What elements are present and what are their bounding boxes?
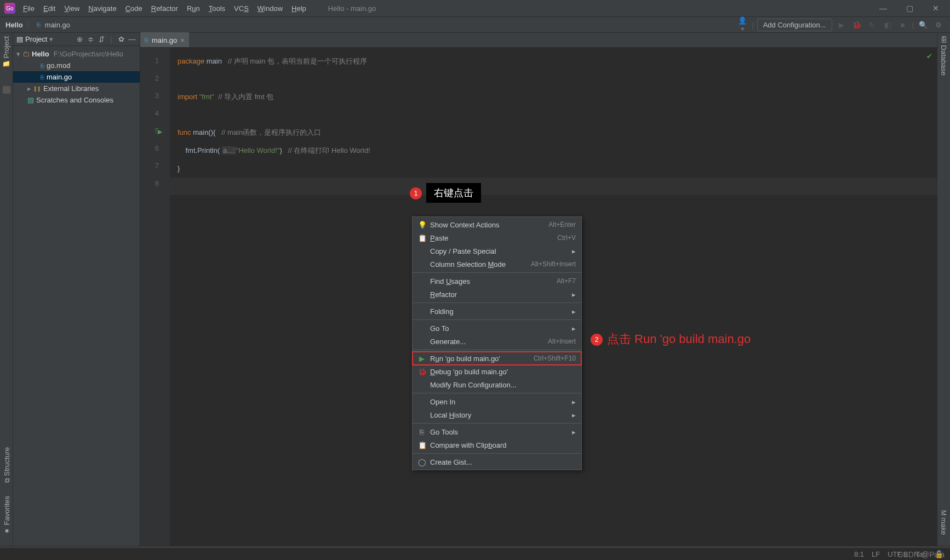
settings-icon[interactable]: ⚙ [932,21,945,29]
line-separator[interactable]: LF [872,550,880,558]
editor-gutter: 1234 5678 ▶ [140,48,170,546]
menu-item-label: Find Usages [430,277,552,285]
context-item[interactable]: Find UsagesAlt+F7 [413,275,581,288]
menu-item-icon: ◯ [418,458,426,466]
annotation-badge-2: 2 [591,334,603,346]
tool-structure-tab[interactable]: ⧉ Structure [3,447,11,483]
add-configuration-button[interactable]: Add Configuration... [757,19,832,31]
run-gutter-icon[interactable]: ▶ [158,123,162,140]
tab-main-go[interactable]: ⎘main.go× [140,32,189,47]
annotation-label-2: 点击 Run 'go build main.go [607,331,751,347]
tree-scratches[interactable]: ▧Scratches and Consoles [13,94,140,106]
minimize-button[interactable]: — [875,4,891,13]
menu-item-icon: ▶ [418,355,426,363]
menu-shortcut: Ctrl+V [557,234,576,242]
project-panel-header: ▤Project▾ ⊕ ≑ ⇵ | ✿ — [13,33,140,46]
context-menu: 💡Show Context ActionsAlt+Enter📋PasteCtrl… [412,216,582,470]
inspection-ok-icon[interactable]: ✔ [926,52,932,60]
tree-external-libs[interactable]: ▸⫿⫿External Libraries [13,83,140,94]
menu-item-label: Go To [430,324,568,333]
chevron-right-icon: ▸ [572,398,576,406]
menu-shortcut: Ctrl+Shift+F10 [534,355,576,362]
toolbar-divider: | [752,21,753,29]
menu-help[interactable]: Help [288,3,310,14]
toolbar-divider: | [108,35,115,43]
hide-icon[interactable]: — [128,35,136,43]
menu-item-label: Copy / Paste Special [430,247,568,255]
left-tool-stripe-bottom: ⧉ Structure ★ Favorites [0,447,13,535]
tool-make-tab[interactable]: M make [940,510,948,535]
chevron-right-icon: ▸ [572,411,576,419]
gear-icon[interactable]: ✿ [117,35,125,43]
collapse-all-icon[interactable]: ⇵ [98,35,106,43]
scratch-icon: ▧ [27,96,34,104]
context-item[interactable]: 🐞Debug 'go build main.go' [413,365,581,378]
folder-icon: 🗀 [22,50,30,58]
library-icon: ⫿⫿ [33,84,41,93]
profile-icon[interactable]: ◧ [882,21,894,29]
context-item[interactable]: 📋Compare with Clipboard [413,438,581,452]
context-item[interactable]: Generate...Alt+Insert [413,335,581,348]
context-item[interactable]: Refactor▸ [413,288,581,301]
breadcrumb-file[interactable]: main.go [45,21,70,29]
chevron-right-icon: 〉 [26,20,33,30]
expand-all-icon[interactable]: ≑ [87,35,95,43]
context-item[interactable]: ▶Run 'go build main.go'Ctrl+Shift+F10 [413,352,581,365]
chevron-right-icon: ▸ [572,290,576,299]
chevron-right-icon: ▸ [572,307,576,316]
context-item[interactable]: ◯Create Gist... [413,455,581,468]
context-item[interactable]: 💡Show Context ActionsAlt+Enter [413,218,581,231]
locate-icon[interactable]: ⊕ [76,35,84,43]
context-item[interactable]: ⎘Go Tools▸ [413,425,581,438]
menu-edit[interactable]: Edit [40,3,59,14]
stop-icon[interactable]: ■ [897,21,909,29]
menu-run[interactable]: Run [184,3,203,14]
tool-project-tab[interactable]: 📁 Project [2,36,10,68]
menu-item-label: Run 'go build main.go' [430,355,529,363]
menu-item-label: Column Selection Mode [430,260,526,268]
project-view-icon: ▤ [16,35,23,43]
menu-code[interactable]: Code [122,3,146,14]
project-panel-title[interactable]: Project [25,35,47,43]
tool-database-tab[interactable]: 🗄 Database [940,36,948,76]
menu-item-label: Paste [430,234,553,242]
user-icon[interactable]: 👤▾ [736,16,748,33]
maximize-button[interactable]: ▢ [902,4,917,13]
context-item[interactable]: Modify Run Configuration... [413,378,581,391]
close-tab-icon[interactable]: × [180,36,185,44]
context-item[interactable]: Open In▸ [413,395,581,408]
breadcrumb-project[interactable]: Hello [5,21,23,29]
menu-file[interactable]: File [20,3,38,14]
context-item[interactable]: Folding▸ [413,305,581,318]
menu-shortcut: Alt+Insert [548,338,576,345]
bookmarks-icon[interactable] [3,86,10,94]
context-item[interactable]: Copy / Paste Special▸ [413,244,581,258]
coverage-icon[interactable]: ↻ [866,21,878,29]
menu-window[interactable]: Window [254,3,286,14]
app-logo-icon: Go [4,3,15,14]
context-item[interactable]: Go To▸ [413,322,581,335]
debug-icon[interactable]: 🐞 [851,21,863,29]
tree-gomod[interactable]: ⎘go.mod [13,60,140,71]
search-icon[interactable]: 🔍 [917,21,929,29]
context-item[interactable]: Column Selection ModeAlt+Shift+Insert [413,258,581,271]
menu-refactor[interactable]: Refactor [148,3,181,14]
window-title: Hello - main.go [328,4,376,13]
menu-vcs[interactable]: VCS [231,3,252,14]
menu-view[interactable]: View [61,3,83,14]
close-button[interactable]: ✕ [928,4,943,13]
run-icon[interactable]: ▶ [835,21,848,29]
menu-tools[interactable]: Tools [205,3,228,14]
toolbar-divider: | [912,21,914,29]
tree-root[interactable]: ▾🗀HelloF:\GoProject\src\Hello [13,48,140,60]
context-item[interactable]: Local History▸ [413,408,581,421]
menu-item-icon: ⎘ [418,428,426,436]
tool-favorites-tab[interactable]: ★ Favorites [3,496,11,535]
project-panel: ▤Project▾ ⊕ ≑ ⇵ | ✿ — ▾🗀HelloF:\GoProjec… [13,33,140,546]
context-item[interactable]: 📋PasteCtrl+V [413,231,581,244]
menu-navigate[interactable]: Navigate [85,3,119,14]
go-file-icon: ⎘ [41,74,44,81]
caret-position[interactable]: 8:1 [854,550,864,558]
menu-item-icon: 🐞 [418,368,426,376]
tree-main-go[interactable]: ⎘main.go [13,71,140,83]
